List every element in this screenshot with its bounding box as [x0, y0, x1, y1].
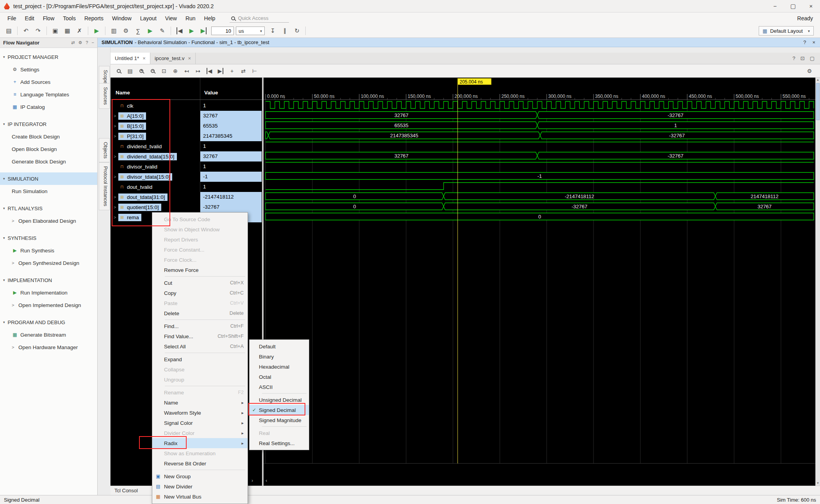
signal-name-a-15-0[interactable]: >⊞A[15:0] — [111, 111, 200, 121]
menu-item-remove-force[interactable]: Remove Force — [152, 265, 248, 275]
help-icon[interactable]: ? — [793, 55, 795, 61]
flownav-item-language-templates[interactable]: ≡Language Templates — [0, 88, 97, 101]
expand-icon[interactable]: > — [114, 134, 118, 138]
maximize-panel-icon[interactable]: ▢ — [810, 55, 815, 61]
section-collapse-icon[interactable]: ▾ — [3, 177, 5, 181]
menu-item-real-settings[interactable]: Real Settings... — [250, 438, 309, 448]
menu-item-default[interactable]: Default — [250, 341, 309, 351]
run-icon[interactable]: ▶ — [91, 26, 102, 36]
flow-section-synthesis[interactable]: ▾SYNTHESIS — [0, 232, 97, 244]
flownav-item-add-sources[interactable]: +Add Sources — [0, 76, 97, 88]
minimize-button[interactable]: − — [766, 0, 784, 12]
tab-close-icon[interactable]: × — [188, 55, 191, 61]
elaborate-run-icon[interactable]: ▶ — [144, 26, 156, 36]
zoom-fit-icon[interactable]: ⊡ — [159, 66, 169, 76]
wave-settings-icon[interactable]: ⚙ — [804, 66, 815, 76]
float-icon[interactable]: ⊡ — [800, 55, 805, 61]
expand-icon[interactable]: > — [114, 195, 118, 199]
menu-item-reverse-bit-order[interactable]: Reverse Bit Order — [152, 458, 248, 469]
float-icon[interactable]: ⇄ — [71, 40, 75, 45]
paste-icon[interactable]: ▦ — [62, 26, 73, 36]
signal-name-quotient-15-0[interactable]: >⊞quotient[15:0] — [111, 202, 200, 212]
scroll-left-icon[interactable]: ‹ — [266, 477, 267, 483]
expand-icon[interactable]: > — [12, 218, 16, 223]
menu-view[interactable]: View — [161, 12, 181, 24]
restart-icon[interactable]: ◀ — [174, 26, 185, 36]
signal-name-divisor-tdata-15-0[interactable]: >⊞divisor_tdata[15:0] — [111, 172, 200, 182]
relaunch-icon[interactable]: ↻ — [291, 26, 303, 36]
flownav-item-generate-bitstream[interactable]: ▦Generate Bitstream — [0, 328, 97, 341]
snap-to-transition-icon[interactable]: ⊢ — [250, 66, 260, 76]
menu-item-hexadecimal[interactable]: Hexadecimal — [250, 362, 309, 372]
section-collapse-icon[interactable]: ▾ — [3, 122, 5, 126]
expand-icon[interactable]: > — [114, 124, 118, 128]
flownav-item-ip-catalog[interactable]: ▦IP Catalog — [0, 101, 97, 113]
flownav-item-open-hardware-manager[interactable]: >Open Hardware Manager — [0, 341, 97, 353]
next-transition-icon[interactable]: ▶ — [216, 66, 226, 76]
menu-item-octal[interactable]: Octal — [250, 372, 309, 382]
redo-icon[interactable]: ↷ — [32, 26, 44, 36]
flow-section-simulation[interactable]: ▾SIMULATION — [0, 172, 97, 185]
signal-name-divisor-tvalid[interactable]: ⊓divisor_tvalid — [111, 161, 200, 172]
flownav-item-run-implementation[interactable]: ▶Run Implementation — [0, 286, 97, 299]
expand-icon[interactable]: > — [114, 174, 118, 179]
signal-name-dout-tvalid[interactable]: ⊓dout_tvalid — [111, 182, 200, 192]
expand-icon[interactable]: > — [12, 303, 16, 307]
menu-help[interactable]: Help — [200, 12, 220, 24]
flownav-item-run-synthesis[interactable]: ▶Run Synthesis — [0, 244, 97, 257]
menu-item-binary[interactable]: Binary — [250, 351, 309, 362]
flow-section-implementation[interactable]: ▾IMPLEMENTATION — [0, 274, 97, 286]
flownav-item-open-synthesized-design[interactable]: >Open Synthesized Design — [0, 257, 97, 269]
sum-icon[interactable]: ∑ — [132, 26, 144, 36]
reports-icon[interactable]: ▥ — [108, 26, 119, 36]
help-icon[interactable]: ? — [803, 39, 806, 45]
gear-icon[interactable]: ⚙ — [120, 26, 132, 36]
tab-ipcore-test-v[interactable]: ipcore_test.v× — [150, 53, 196, 64]
help-icon[interactable]: ? — [86, 40, 88, 45]
side-tab-protocol-instances[interactable]: Protocol Instances — [99, 162, 110, 210]
layout-select[interactable]: ▦ Default Layout ▾ — [759, 26, 814, 35]
add-marker-icon[interactable]: + — [227, 66, 237, 76]
menu-flow[interactable]: Flow — [39, 12, 59, 24]
zoom-to-cursor-icon[interactable]: ⊕ — [170, 66, 180, 76]
close-button[interactable]: × — [802, 0, 820, 12]
side-tab-objects[interactable]: Objects — [99, 138, 110, 162]
menu-file[interactable]: File — [3, 12, 21, 24]
section-collapse-icon[interactable]: ▾ — [3, 278, 5, 282]
save-wave-icon[interactable]: ▤ — [125, 66, 135, 76]
expand-icon[interactable]: > — [12, 261, 16, 265]
menu-item-new-divider[interactable]: ▤New Divider — [152, 481, 248, 492]
section-collapse-icon[interactable]: ▾ — [3, 320, 5, 324]
flow-section-program-and-debug[interactable]: ▾PROGRAM AND DEBUG — [0, 316, 97, 328]
signal-name-dividend-tdata-15-0[interactable]: >⊞dividend_tdata[15:0] — [111, 151, 200, 161]
menu-run[interactable]: Run — [181, 12, 200, 24]
signal-name-dout-tdata-31-0[interactable]: >⊞dout_tdata[31:0] — [111, 192, 200, 202]
menu-item-cut[interactable]: CutCtrl+X — [152, 278, 248, 288]
menu-item-unsigned-decimal[interactable]: Unsigned Decimal — [250, 395, 309, 405]
menu-item-signed-magnitude[interactable]: Signed Magnitude — [250, 415, 309, 425]
simulation-time-input[interactable] — [211, 27, 234, 35]
tab-close-icon[interactable]: × — [143, 55, 146, 61]
menu-item-new-group[interactable]: ▣New Group — [152, 471, 248, 481]
section-collapse-icon[interactable]: ▾ — [3, 55, 5, 59]
scroll-up-icon[interactable]: ▲ — [816, 78, 820, 82]
menu-tools[interactable]: Tools — [59, 12, 80, 24]
edit-icon[interactable]: ✎ — [157, 26, 168, 36]
signal-name-dividend-tvalid[interactable]: ⊓dividend_tvalid — [111, 141, 200, 151]
flownav-item-run-simulation[interactable]: Run Simulation — [0, 185, 97, 197]
menu-item-signed-decimal[interactable]: ✓Signed Decimal — [250, 405, 309, 415]
scroll-right-icon[interactable]: › — [251, 477, 253, 483]
menu-item-name[interactable]: Name▸ — [152, 398, 248, 408]
signal-name-b-15-0[interactable]: >⊞B[15:0] — [111, 121, 200, 131]
signal-name-clk[interactable]: ⊓clk — [111, 101, 200, 111]
scroll-down-icon[interactable]: ▼ — [816, 481, 820, 486]
flow-section-ip-integrator[interactable]: ▾IP INTEGRATOR — [0, 118, 97, 130]
step-icon[interactable]: ↧ — [267, 26, 278, 36]
flow-section-rtl-analysis[interactable]: ▾RTL ANALYSIS — [0, 202, 97, 215]
time-unit-select[interactable]: us ▾ — [236, 27, 265, 35]
side-tab-sources[interactable]: Sources — [99, 83, 110, 109]
undo-icon[interactable]: ↶ — [20, 26, 32, 36]
zoom-out-icon[interactable]: − — [148, 66, 158, 76]
section-collapse-icon[interactable]: ▾ — [3, 236, 5, 240]
menu-item-delete[interactable]: DeleteDelete — [152, 308, 248, 318]
